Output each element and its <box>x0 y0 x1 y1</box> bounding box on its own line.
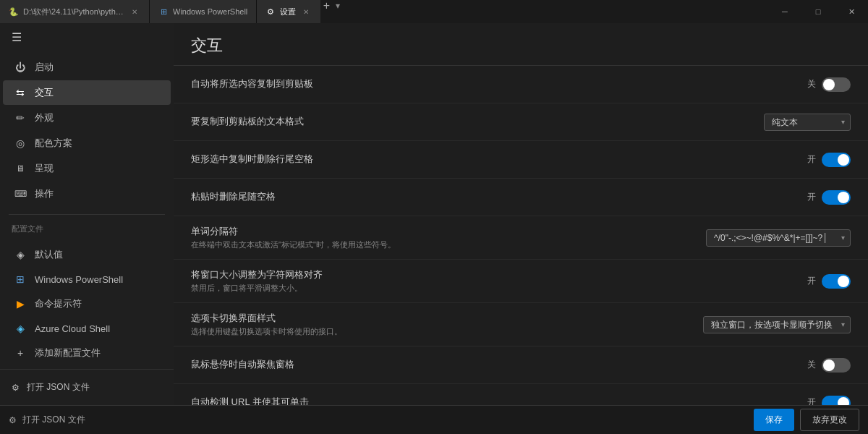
discard-button[interactable]: 放弃更改 <box>800 409 859 431</box>
cmd-icon: ▶ <box>14 298 26 310</box>
sidebar-powershell-label: Windows PowerShell <box>35 274 123 285</box>
trim-trailing-control: 开 <box>807 153 851 167</box>
powershell-icon: ⊞ <box>14 273 26 285</box>
auto-copy-toggle[interactable] <box>822 77 851 92</box>
sidebar-item-interaction[interactable]: ⇆ 交互 <box>3 80 171 105</box>
auto-copy-control: 关 <box>807 77 851 92</box>
json-bottom-icon: ⚙ <box>9 415 17 425</box>
word-delimiters-control: ^/0"-.;<>~!@#$%^&*|+=[]]~?│ <box>706 229 851 247</box>
tab-switch-select-wrapper: 独立窗口，按选项卡显顺予切换 覆盖 内联 <box>703 316 851 333</box>
setting-trim-paste: 粘贴时删除尾随空格 开 <box>174 179 868 216</box>
trim-trailing-thumb <box>838 154 849 166</box>
tab-settings[interactable]: ⚙ 设置 ✕ <box>257 0 320 23</box>
detect-url-info: 自动检测 URL 并使其可单击 <box>191 396 796 405</box>
sidebar-startup-label: 启动 <box>35 61 54 74</box>
mouse-focus-toggle[interactable] <box>822 358 851 373</box>
trim-paste-toggle[interactable] <box>822 190 851 205</box>
detect-url-toggle[interactable] <box>822 396 851 406</box>
auto-copy-title: 自动将所选内容复制到剪贴板 <box>191 77 796 90</box>
sidebar-item-rendering[interactable]: 🖥 呈现 <box>3 156 171 181</box>
tab-powershell[interactable]: ⊞ Windows PowerShell <box>150 0 257 23</box>
tab-switch-info: 选项卡切换界面样式 选择使用键盘切换选项卡时将使用的接口。 <box>191 312 692 337</box>
mouse-focus-title: 鼠标悬停时自动聚焦窗格 <box>191 358 796 371</box>
detect-url-track <box>822 396 851 406</box>
auto-copy-thumb <box>823 79 835 90</box>
detect-url-control: 开 <box>807 396 851 406</box>
open-json-button[interactable]: ⚙ 打开 JSON 文件 <box>0 375 174 399</box>
tab-powershell-label: Windows PowerShell <box>173 7 247 16</box>
startup-icon: ⏻ <box>14 61 26 73</box>
trim-trailing-toggle-label: 开 <box>807 153 816 166</box>
setting-copy-format: 要复制到剪贴板的文本格式 纯文本 HTML RTF <box>174 103 868 141</box>
copy-format-select[interactable]: 纯文本 HTML RTF <box>764 114 851 131</box>
settings-title: 交互 <box>174 23 868 66</box>
sidebar-defaults-label: 默认值 <box>35 248 63 261</box>
sidebar-cmd-label: 命令提示符 <box>35 297 82 310</box>
word-delimiters-subtitle: 在终端中双击文本或激活"标记模式"时，将使用这些符号。 <box>191 239 694 250</box>
open-json-label: 打开 JSON 文件 <box>27 381 90 393</box>
copy-format-control: 纯文本 HTML RTF <box>764 114 851 131</box>
setting-snap-window: 将窗口大小调整为字符网格对齐 禁用后，窗口将平滑调整大小。 开 <box>174 260 868 303</box>
mouse-focus-track <box>822 358 851 373</box>
save-button[interactable]: 保存 <box>754 409 794 431</box>
python-icon: 🐍 <box>9 7 19 17</box>
bottom-bar: ⚙ 打开 JSON 文件 保存 放弃更改 <box>0 405 868 434</box>
sidebar-item-colorscheme[interactable]: ◎ 配色方案 <box>3 131 171 156</box>
sidebar-rendering-label: 呈现 <box>35 162 54 175</box>
tab-dropdown-button[interactable]: ▾ <box>332 0 344 12</box>
snap-window-control: 开 <box>807 274 851 289</box>
sidebar-item-cmd[interactable]: ▶ 命令提示符 <box>3 292 171 316</box>
tab-python[interactable]: 🐍 D:\软件\24.11\Python\python.e ✕ <box>0 0 150 23</box>
snap-window-toggle[interactable] <box>822 274 851 289</box>
sidebar-item-defaults[interactable]: ◈ 默认值 <box>3 242 171 267</box>
sidebar-item-appearance[interactable]: ✏ 外观 <box>3 106 171 130</box>
bottom-right-actions: 保存 放弃更改 <box>754 409 859 431</box>
setting-mouse-focus: 鼠标悬停时自动聚焦窗格 关 <box>174 346 868 384</box>
hamburger-menu[interactable]: ☰ <box>0 23 174 51</box>
defaults-icon: ◈ <box>14 249 26 260</box>
maximize-button[interactable]: □ <box>801 0 835 23</box>
settings-rows: 自动将所选内容复制到剪贴板 关 要复制到剪贴板的文本格式 <box>174 66 868 405</box>
window-controls: ─ □ ✕ <box>768 0 868 23</box>
sidebar-actions-label: 操作 <box>35 187 54 200</box>
sidebar-azure-label: Azure Cloud Shell <box>35 323 110 334</box>
detect-url-toggle-label: 开 <box>807 396 816 405</box>
tab-python-close[interactable]: ✕ <box>129 6 140 17</box>
open-json-bottom-button[interactable]: ⚙ 打开 JSON 文件 <box>9 414 85 426</box>
title-bar: 🐍 D:\软件\24.11\Python\python.e ✕ ⊞ Window… <box>0 0 868 23</box>
sidebar-item-startup[interactable]: ⏻ 启动 <box>3 55 171 80</box>
copy-format-title: 要复制到剪贴板的文本格式 <box>191 115 752 128</box>
minimize-button[interactable]: ─ <box>768 0 801 23</box>
mouse-focus-thumb <box>823 359 835 371</box>
sidebar-divider-1 <box>9 214 165 215</box>
trim-trailing-toggle[interactable] <box>822 153 851 167</box>
snap-window-thumb <box>838 276 849 287</box>
sidebar-item-azure[interactable]: ◈ Azure Cloud Shell <box>3 317 171 340</box>
sidebar-profiles-section: ◈ 默认值 ⊞ Windows PowerShell ▶ 命令提示符 ◈ Azu… <box>0 239 174 369</box>
sidebar-item-powershell[interactable]: ⊞ Windows PowerShell <box>3 268 171 291</box>
mouse-focus-control: 关 <box>807 358 851 373</box>
interaction-icon: ⇆ <box>14 87 26 98</box>
snap-window-info: 将窗口大小调整为字符网格对齐 禁用后，窗口将平滑调整大小。 <box>191 268 796 294</box>
sidebar-item-actions[interactable]: ⌨ 操作 <box>3 182 171 206</box>
tab-settings-close[interactable]: ✕ <box>300 6 312 17</box>
setting-word-delimiters: 单词分隔符 在终端中双击文本或激活"标记模式"时，将使用这些符号。 ^/0"-.… <box>174 216 868 260</box>
trim-paste-thumb <box>838 192 849 203</box>
trim-trailing-title: 矩形选中复制时删除行尾空格 <box>191 153 796 166</box>
detect-url-title: 自动检测 URL 并使其可单击 <box>191 396 796 405</box>
close-button[interactable]: ✕ <box>835 0 868 23</box>
copy-format-info: 要复制到剪贴板的文本格式 <box>191 115 752 128</box>
tab-switch-select[interactable]: 独立窗口，按选项卡显顺予切换 覆盖 内联 <box>703 316 851 333</box>
snap-window-toggle-label: 开 <box>807 275 816 287</box>
trim-paste-title: 粘贴时删除尾随空格 <box>191 190 796 203</box>
mouse-focus-info: 鼠标悬停时自动聚焦窗格 <box>191 358 796 371</box>
sidebar-interaction-label: 交互 <box>35 86 54 99</box>
tab-switch-title: 选项卡切换界面样式 <box>191 312 692 325</box>
word-delimiters-select[interactable]: ^/0"-.;<>~!@#$%^&*|+=[]]~?│ <box>706 229 851 247</box>
new-tab-button[interactable]: + <box>320 0 332 12</box>
setting-auto-copy: 自动将所选内容复制到剪贴板 关 <box>174 66 868 103</box>
sidebar-item-add-profile[interactable]: + 添加新配置文件 <box>3 341 171 365</box>
tab-python-label: D:\软件\24.11\Python\python.e <box>23 7 124 17</box>
powershell-tab-icon: ⊞ <box>158 7 169 17</box>
snap-window-subtitle: 禁用后，窗口将平滑调整大小。 <box>191 283 796 294</box>
